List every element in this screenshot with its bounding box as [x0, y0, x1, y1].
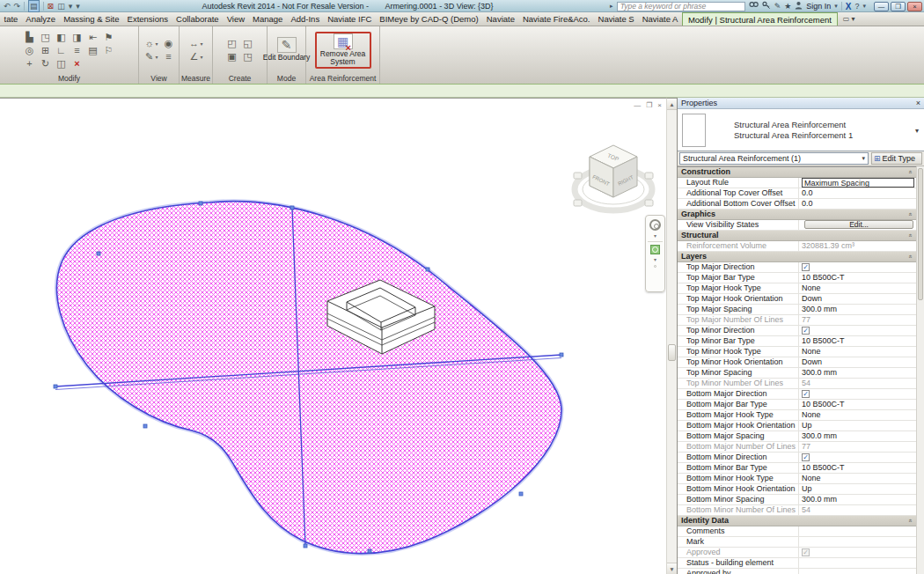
- tab-add-ins[interactable]: Add-Ins: [287, 12, 324, 26]
- chevron-down-icon[interactable]: ▾: [200, 54, 202, 60]
- view-cube[interactable]: TOP FRONT RIGHT: [574, 145, 653, 210]
- property-value[interactable]: None: [799, 283, 916, 293]
- properties-header[interactable]: Properties ×: [678, 98, 924, 109]
- measure-angle-icon[interactable]: ∠: [188, 51, 199, 62]
- property-value[interactable]: [799, 569, 916, 574]
- restore-button[interactable]: ❐: [891, 2, 906, 11]
- chevron-down-icon[interactable]: ▾: [654, 233, 656, 239]
- property-value[interactable]: None: [799, 347, 916, 357]
- chevron-down-icon[interactable]: ▾: [200, 40, 202, 47]
- reveal-hidden-icon[interactable]: ◉: [164, 38, 174, 48]
- infocenter-expand-icon[interactable]: ▸: [610, 3, 613, 10]
- tab-analyze[interactable]: Analyze: [22, 12, 60, 26]
- viewport-minimize-icon[interactable]: —: [634, 101, 641, 109]
- pin-icon[interactable]: ⚑: [104, 32, 114, 42]
- person-icon[interactable]: [795, 1, 803, 12]
- checkbox-icon[interactable]: ✓: [802, 263, 810, 271]
- switch-windows-icon[interactable]: ◫: [57, 1, 65, 11]
- property-row-identity-data[interactable]: Identity Data«: [678, 516, 916, 526]
- cut-geometry-icon[interactable]: ◳: [40, 32, 51, 42]
- property-value[interactable]: Up: [799, 421, 916, 430]
- redo-icon[interactable]: ↷: [14, 1, 21, 11]
- structural-area-reinforcement-slab[interactable]: [55, 202, 561, 554]
- tab-extensions[interactable]: Extensions: [123, 12, 172, 26]
- viewcube-corner[interactable]: [645, 200, 653, 206]
- drawing-area[interactable]: TOP FRONT RIGHT — ❐ × ▾ ▾: [0, 98, 666, 574]
- edit-button[interactable]: Edit...: [804, 220, 913, 229]
- join-icon[interactable]: ◫: [56, 58, 67, 69]
- property-value[interactable]: 10 B500C-T: [799, 273, 916, 283]
- chevron-down-icon[interactable]: ▾: [862, 3, 866, 10]
- measure-length-icon[interactable]: ↔: [188, 38, 199, 48]
- tab-manage[interactable]: Manage: [249, 12, 287, 26]
- chevron-down-icon[interactable]: ▾: [155, 40, 158, 47]
- create-parts-icon[interactable]: ◰: [227, 38, 238, 48]
- chevron-down-icon[interactable]: ▾: [155, 54, 158, 60]
- checkbox-icon[interactable]: ✓: [802, 327, 810, 335]
- temporary-hide-isolate-icon[interactable]: ☼: [143, 38, 154, 48]
- qat-customize-icon[interactable]: ▾: [76, 1, 80, 11]
- help-icon[interactable]: ?: [854, 2, 859, 11]
- collapse-chevron-icon[interactable]: «: [908, 213, 914, 217]
- property-value[interactable]: None: [799, 410, 916, 420]
- create-similar-icon[interactable]: ◳: [243, 51, 253, 62]
- property-value[interactable]: ✓: [799, 326, 916, 335]
- rotate-icon[interactable]: ↻: [40, 58, 51, 69]
- tab-naviate-fire-aco[interactable]: Naviate Fire&Aco.: [518, 12, 594, 26]
- viewcube-corner[interactable]: [574, 173, 582, 179]
- chevron-down-icon[interactable]: ▾: [69, 1, 73, 11]
- tab-naviate-ifc[interactable]: Naviate IFC: [324, 12, 376, 26]
- edit-type-button[interactable]: ⊞ Edit Type: [871, 152, 922, 165]
- property-value[interactable]: None: [799, 474, 916, 483]
- minimize-button[interactable]: —: [874, 2, 889, 11]
- close-button[interactable]: ×: [907, 2, 922, 11]
- collapse-chevron-icon[interactable]: «: [908, 171, 914, 174]
- tab-tate[interactable]: tate: [0, 12, 22, 26]
- viewcube-corner[interactable]: [574, 200, 582, 206]
- cope-icon[interactable]: ▙: [25, 32, 35, 42]
- search-input[interactable]: [617, 2, 745, 11]
- ribbon-state-toggle[interactable]: ▭▾: [843, 12, 855, 26]
- sign-in-button[interactable]: Sign In: [806, 2, 831, 11]
- split-element-icon[interactable]: ◧: [56, 32, 67, 42]
- property-value[interactable]: Down: [799, 357, 916, 367]
- align-icon[interactable]: ⇤: [88, 32, 99, 42]
- property-value[interactable]: 0.0: [799, 188, 916, 198]
- key-icon[interactable]: [762, 1, 771, 12]
- tab-view[interactable]: View: [223, 12, 248, 26]
- collapse-chevron-icon[interactable]: «: [908, 234, 914, 238]
- collapse-chevron-icon[interactable]: «: [908, 255, 914, 259]
- paste-icon[interactable]: ▤: [88, 45, 99, 55]
- checkbox-icon[interactable]: ✓: [802, 390, 810, 398]
- collapse-chevron-icon[interactable]: «: [908, 519, 914, 523]
- property-value[interactable]: ✓: [799, 262, 916, 272]
- tab-collaborate[interactable]: Collaborate: [172, 12, 224, 26]
- delete-icon[interactable]: ×: [72, 58, 83, 69]
- array-icon[interactable]: ⊞: [40, 45, 51, 55]
- chevron-down-icon[interactable]: ▾: [915, 127, 919, 135]
- user-interface-icon[interactable]: ▤: [28, 0, 40, 12]
- trim-icon[interactable]: ∟: [56, 45, 67, 55]
- chevron-down-icon[interactable]: ▾: [654, 257, 656, 262]
- linework-icon[interactable]: ✎: [143, 51, 154, 62]
- chevron-down-icon[interactable]: ▾: [834, 3, 838, 10]
- scrollbar-thumb[interactable]: [668, 344, 676, 361]
- steering-wheel-icon[interactable]: [649, 219, 661, 231]
- property-value[interactable]: Edit...: [799, 220, 916, 230]
- match-type-icon[interactable]: ≡: [72, 45, 83, 55]
- scroll-down-icon[interactable]: ▼: [667, 563, 677, 574]
- close-icon[interactable]: ×: [916, 99, 920, 108]
- canvas-scrollbar[interactable]: ▲ ▼: [666, 98, 677, 574]
- offset-icon[interactable]: ◎: [25, 45, 35, 55]
- scrollbar-thumb[interactable]: [918, 168, 923, 300]
- property-row-layers[interactable]: Layers«: [678, 252, 916, 262]
- property-value[interactable]: [799, 526, 916, 536]
- property-value[interactable]: 10 B500C-T: [799, 463, 916, 473]
- property-value[interactable]: 300.0 mm: [799, 305, 916, 314]
- type-selector[interactable]: Structural Area Reinforcement Structural…: [678, 109, 924, 151]
- tab-modify-structural-area-reinforcement[interactable]: Modify | Structural Area Reinforcement: [682, 12, 838, 26]
- viewport-close-icon[interactable]: ×: [657, 101, 662, 109]
- unpin-icon[interactable]: ⚐: [104, 45, 114, 55]
- tab-naviate[interactable]: Naviate: [482, 12, 518, 26]
- thin-lines-icon[interactable]: ≡: [164, 51, 174, 62]
